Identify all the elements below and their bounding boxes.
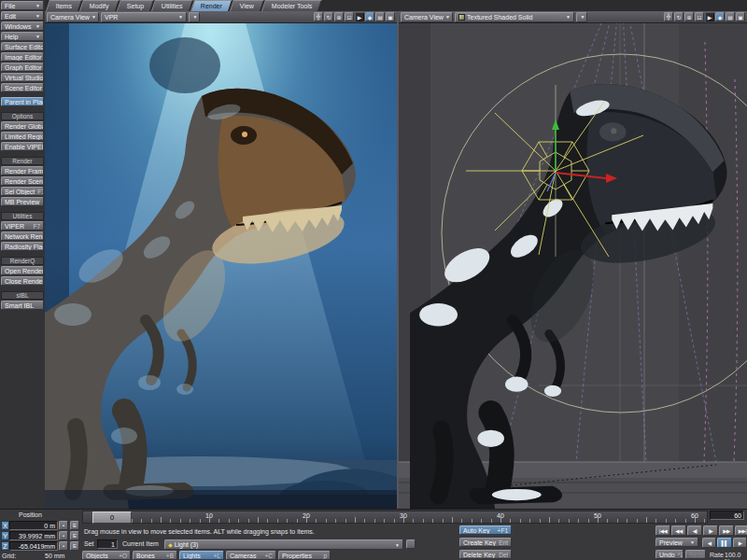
cameras-mode-button[interactable]: Cameras+C — [226, 551, 276, 560]
vpr-render-scene — [45, 23, 397, 509]
grid-value: 50 mm — [45, 553, 64, 559]
rotate-view-icon[interactable]: ↻ — [324, 12, 333, 21]
status-hint: Drag mouse in view to move selected item… — [84, 528, 315, 535]
jump-to-start-button[interactable]: |◀◀ — [655, 525, 670, 536]
options-section-header: Options — [1, 112, 44, 120]
current-item-dropdown[interactable]: ◆ Light (3) ▼ — [164, 539, 403, 550]
mb-preview-button[interactable]: MB Preview+F9 — [1, 197, 44, 206]
file-menu-button[interactable]: File▼ — [1, 1, 44, 10]
redo-button[interactable]: Redo — [685, 550, 706, 559]
close-renderq-button[interactable]: Close RenderQ — [1, 276, 44, 286]
windows-menu-button[interactable]: Windows▼ — [1, 21, 44, 31]
lights-mode-button[interactable]: Lights+L — [179, 551, 224, 560]
pan-view-icon[interactable]: ╬ — [664, 12, 673, 21]
maximize-viewport-icon[interactable]: ▣ — [386, 12, 395, 21]
smart-ibl-button[interactable]: Smart IBL — [1, 301, 44, 310]
y-minislider-knob[interactable]: • — [59, 531, 68, 540]
item-options-button[interactable] — [406, 539, 416, 549]
tab-setup[interactable]: Setup — [117, 0, 154, 11]
frame-tick: 60 — [691, 512, 698, 519]
renderq-section-header: RenderQ — [1, 257, 44, 265]
right-view-type-dropdown[interactable]: Camera View▼ — [401, 12, 453, 22]
left-viewport-controls: ╬ ↻ ⊕ ⊡ ▶ ◆ ▤ ▣ — [314, 12, 395, 21]
virtual-studio-button[interactable]: Virtual Studio — [1, 73, 44, 82]
tab-render[interactable]: Render — [190, 0, 233, 11]
shaded-viewport[interactable] — [399, 23, 747, 509]
graph-editor-button[interactable]: Graph Editor^F2 — [1, 63, 44, 72]
y-envelope-button[interactable]: E — [70, 531, 79, 540]
zoom-region-icon[interactable]: ⊡ — [345, 12, 354, 21]
frame-tick: 30 — [400, 512, 407, 519]
timeline-ruler[interactable]: 0 10 20 30 40 50 60 0 — [82, 511, 708, 524]
end-frame-field[interactable]: 60 — [710, 511, 744, 520]
list-view-icon[interactable]: ▤ — [726, 12, 735, 21]
frame-tick: 10 — [205, 512, 213, 519]
edit-menu-button[interactable]: Edit▼ — [1, 11, 44, 21]
surface-editor-button[interactable]: Surface EditorF5 — [1, 42, 44, 51]
open-renderq-button[interactable]: Open RenderQ — [1, 266, 44, 275]
pan-view-icon[interactable]: ╬ — [314, 12, 323, 21]
viper-button[interactable]: VIPERF7 — [1, 221, 44, 231]
left-viewport-options-dropdown[interactable]: ▼ — [189, 12, 200, 22]
previous-key-button[interactable]: ◀◀ — [671, 525, 686, 536]
network-render-button[interactable]: Network Render — [1, 231, 44, 241]
delete-key-button[interactable]: Delete KeyDel — [459, 550, 512, 559]
limited-region-button[interactable]: Limited Regionl — [1, 132, 44, 141]
x-envelope-button[interactable]: E — [70, 521, 79, 530]
enable-viper-button[interactable]: Enable VIPER — [1, 142, 44, 151]
scene-editor-button[interactable]: Scene Editor▼ — [1, 83, 44, 92]
render-frame-button[interactable]: Render FrameF9 — [1, 166, 44, 175]
center-item-icon[interactable]: ▶ — [355, 12, 364, 21]
vpr-viewport[interactable] — [45, 23, 397, 509]
maximize-viewport-icon[interactable]: ▣ — [736, 12, 745, 21]
play-reverse-button[interactable]: ◀ — [702, 538, 716, 548]
x-axis-badge: X — [1, 521, 9, 530]
right-viewport-options-dropdown[interactable]: ▼ — [576, 12, 587, 22]
center-item-icon[interactable]: ▶ — [705, 12, 714, 21]
zoom-region-icon[interactable]: ⊡ — [695, 12, 704, 21]
image-editor-button[interactable]: Image EditorF6 — [1, 52, 44, 62]
tab-view[interactable]: View — [230, 0, 264, 11]
play-forward-button[interactable]: ▶ — [733, 538, 747, 548]
help-menu-button[interactable]: Help▼ — [1, 32, 44, 41]
create-key-button[interactable]: Create KeyEnt — [459, 538, 512, 547]
viewport-divider[interactable] — [397, 11, 399, 509]
sel-object-button[interactable]: Sel ObjectF11 — [1, 187, 44, 196]
zoom-view-icon[interactable]: ⊕ — [334, 12, 344, 21]
z-envelope-button[interactable]: E — [70, 541, 79, 551]
z-value-field[interactable]: -65.0419mm — [9, 541, 58, 551]
radiosity-flags-button[interactable]: Radiosity Flags — [1, 242, 44, 251]
next-key-button[interactable]: ▶▶ — [719, 525, 734, 536]
x-minislider-knob[interactable]: • — [59, 521, 68, 530]
step-forward-button[interactable]: |▶ — [703, 525, 718, 536]
undo-button[interactable]: Undo^Z — [655, 550, 684, 559]
light-toggle-icon[interactable]: ◆ — [365, 12, 374, 21]
x-value-field[interactable]: 0 m — [9, 521, 58, 530]
parent-in-place-button[interactable]: Parent in Place — [1, 97, 44, 106]
list-view-icon[interactable]: ▤ — [375, 12, 385, 21]
properties-button[interactable]: Propertiesp — [278, 551, 331, 560]
rotate-view-icon[interactable]: ↻ — [674, 12, 684, 21]
left-view-type-dropdown[interactable]: Camera View▼ — [47, 12, 99, 22]
auto-key-button[interactable]: Auto Key+F1 — [459, 525, 512, 535]
frame-slider-handle[interactable]: 0 — [92, 511, 132, 524]
y-value-field[interactable]: 39.9992 mm — [9, 531, 58, 540]
set-value-field[interactable]: 1 — [97, 539, 118, 549]
bones-mode-button[interactable]: Bones+B — [133, 551, 177, 560]
render-globals-button[interactable]: Render Globals — [1, 121, 44, 131]
tab-modeler-tools[interactable]: Modeler Tools — [261, 0, 322, 11]
tab-modify[interactable]: Modify — [79, 0, 120, 11]
light-toggle-icon[interactable]: ◆ — [715, 12, 725, 21]
jump-to-end-button[interactable]: ▶▶| — [735, 525, 747, 536]
zoom-view-icon[interactable]: ⊕ — [684, 12, 694, 21]
tab-utilities[interactable]: Utilities — [151, 0, 192, 11]
preview-dropdown[interactable]: Preview▼ — [655, 538, 698, 547]
tab-items[interactable]: Items — [46, 0, 82, 11]
left-render-mode-dropdown[interactable]: VPR▼ — [101, 12, 187, 22]
objects-mode-button[interactable]: Objects+O — [82, 551, 131, 560]
step-back-button[interactable]: ◀| — [687, 525, 702, 536]
pause-button[interactable]: ▌▌ — [717, 538, 732, 548]
z-minislider-knob[interactable]: • — [59, 541, 68, 551]
right-render-mode-dropdown[interactable]: Textured Shaded Solid▼ — [455, 12, 574, 22]
render-scene-button[interactable]: Render SceneF10 — [1, 176, 44, 186]
